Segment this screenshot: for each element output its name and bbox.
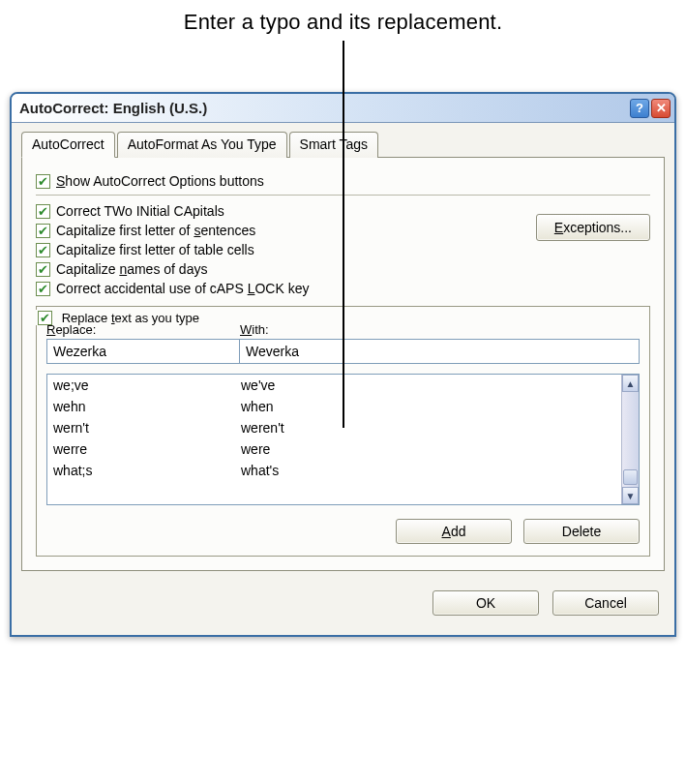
chevron-down-icon: ▼ xyxy=(626,491,636,501)
list-item[interactable]: we;ve we've xyxy=(47,375,621,396)
list-with: what's xyxy=(241,463,279,478)
scroll-up-button[interactable]: ▲ xyxy=(622,375,639,392)
list-with: weren't xyxy=(241,420,284,436)
checkbox-icon: ✔ xyxy=(36,174,50,189)
checkbox-icon: ✔ xyxy=(36,262,50,277)
pointer-line xyxy=(343,41,344,428)
checkbox-label: Capitalize names of days xyxy=(56,261,207,277)
checkbox-icon: ✔ xyxy=(36,243,50,257)
checkbox-icon: ✔ xyxy=(38,311,52,325)
checkbox-icon: ✔ xyxy=(36,282,50,296)
cancel-button[interactable]: Cancel xyxy=(552,590,659,616)
scroll-down-button[interactable]: ▼ xyxy=(622,487,639,504)
list-replace: werre xyxy=(53,441,241,457)
option-replace-as-you-type[interactable]: ✔ Replace text as you type xyxy=(36,310,203,325)
list-item[interactable]: wehn when xyxy=(47,396,621,417)
checkbox-label: Replace text as you type xyxy=(62,311,199,325)
checkbox-label: Show AutoCorrect Options buttons xyxy=(56,173,264,189)
delete-button[interactable]: Delete xyxy=(523,519,640,544)
ok-button[interactable]: OK xyxy=(432,590,539,616)
replace-input[interactable] xyxy=(46,339,240,364)
checkbox-label: Capitalize first letter of sentences xyxy=(56,223,255,238)
list-item[interactable]: wern't weren't xyxy=(47,417,621,438)
list-replace: wehn xyxy=(53,399,241,414)
scroll-thumb[interactable] xyxy=(623,469,638,485)
close-icon: ✕ xyxy=(656,101,667,115)
tab-autoformat[interactable]: AutoFormat As You Type xyxy=(117,132,287,158)
tab-autocorrect[interactable]: AutoCorrect xyxy=(21,132,115,158)
list-replace: wern't xyxy=(53,420,241,436)
instruction-caption: Enter a typo and its replacement. xyxy=(0,0,686,35)
list-rows: we;ve we've wehn when wern't weren't w xyxy=(47,375,621,504)
tab-smart-tags[interactable]: Smart Tags xyxy=(289,132,379,158)
checkbox-icon: ✔ xyxy=(36,224,50,238)
scroll-track[interactable] xyxy=(622,392,639,487)
close-button[interactable]: ✕ xyxy=(651,99,671,118)
list-with: were xyxy=(241,441,270,457)
with-input[interactable] xyxy=(240,339,640,364)
chevron-up-icon: ▲ xyxy=(626,378,636,389)
list-with: we've xyxy=(241,377,275,393)
help-button[interactable]: ? xyxy=(630,99,649,118)
add-button[interactable]: Add xyxy=(396,519,512,544)
label-with: With: xyxy=(240,322,269,337)
list-with: when xyxy=(241,399,273,414)
window-title: AutoCorrect: English (U.S.) xyxy=(19,100,630,116)
checkbox-label: Capitalize first letter of table cells xyxy=(56,242,254,257)
checkbox-icon: ✔ xyxy=(36,204,50,219)
list-item[interactable]: what;s what's xyxy=(47,460,621,481)
scrollbar[interactable]: ▲ ▼ xyxy=(621,375,639,504)
list-replace: what;s xyxy=(53,463,241,478)
checkbox-label: Correct TWo INitial CApitals xyxy=(56,203,224,219)
list-replace: we;ve xyxy=(53,377,241,393)
checkbox-label: Correct accidental use of cAPS LOCK key xyxy=(56,281,309,296)
exceptions-button[interactable]: Exceptions... xyxy=(536,214,650,241)
list-item[interactable]: werre were xyxy=(47,438,621,460)
